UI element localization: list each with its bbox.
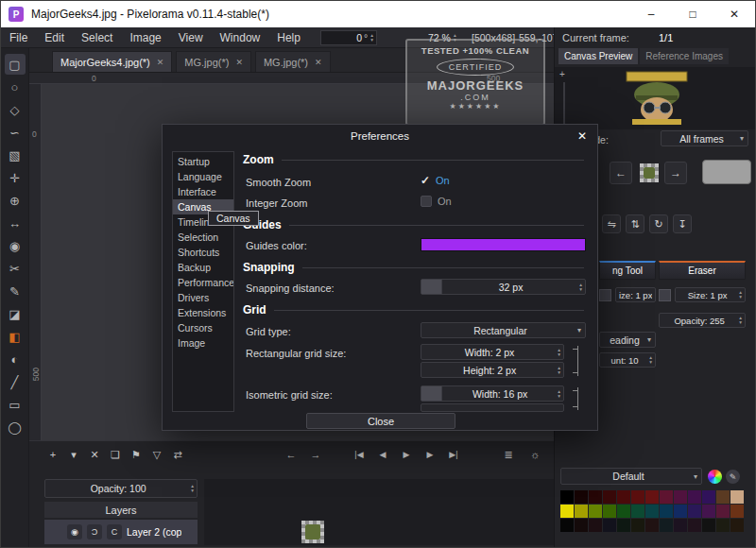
palette-swatch[interactable] [560, 519, 574, 532]
pencil-tool[interactable]: ✎ [5, 281, 26, 301]
palette-swatch[interactable] [660, 519, 673, 532]
menu-window[interactable]: Window [212, 31, 269, 44]
grid-type-dropdown[interactable]: Rectangular ▾ [421, 322, 586, 338]
add-frame-options-button[interactable]: ▾ [65, 445, 82, 464]
spin-down-icon[interactable]: ▾ [558, 352, 560, 357]
rectangle-tool[interactable]: ▭ [5, 394, 26, 415]
animation-mode-dropdown[interactable]: All frames ▾ [661, 130, 748, 146]
spin-down-icon[interactable]: ▾ [739, 320, 742, 325]
play-backwards-button[interactable]: ▶ [398, 445, 415, 464]
onion-skin-settings-icon[interactable]: ≣ [500, 445, 517, 464]
rectangle-select-tool[interactable]: ▢ [5, 54, 26, 75]
pref-item-performance[interactable]: Performance [173, 275, 233, 290]
paint-select-tool[interactable]: ▧ [5, 145, 26, 165]
frame-properties-button[interactable]: ▽ [148, 445, 165, 464]
edit-palette-icon[interactable]: ✎ [726, 470, 740, 484]
integer-zoom-control[interactable]: On [421, 196, 452, 207]
spin-down-icon[interactable]: ▾ [739, 295, 742, 300]
move-frame-right-button[interactable]: → [307, 445, 324, 464]
pref-item-drivers[interactable]: Drivers [173, 290, 233, 305]
pref-item-language[interactable]: Language [173, 169, 233, 184]
stepper-spin[interactable]: ▴ ▾ [558, 366, 560, 375]
palette-swatch[interactable] [575, 505, 588, 518]
palette-swatch[interactable] [702, 505, 715, 518]
palette-swatch[interactable] [660, 505, 673, 518]
vertical-ruler[interactable]: 0 500 [29, 84, 42, 440]
palette-swatch[interactable] [631, 519, 644, 532]
next-frame-arrow-button[interactable]: → [664, 162, 687, 184]
bucket-tool[interactable]: ◧ [5, 326, 26, 347]
flip-horizontal-icon[interactable]: ⇋ [602, 214, 621, 233]
spin-down-icon[interactable]: ▾ [191, 488, 194, 493]
zoom-tool[interactable]: ⊕ [5, 190, 26, 211]
preview-zoom-plus-icon[interactable]: + [559, 69, 565, 79]
menu-image[interactable]: Image [121, 31, 169, 44]
layer-opacity-stepper[interactable]: Opacity: 100 ▴ ▾ [44, 479, 198, 498]
ellipse-select-tool[interactable]: ○ [5, 77, 26, 97]
menu-view[interactable]: View [170, 31, 212, 44]
pref-item-image[interactable]: Image [173, 335, 233, 351]
color-wheel-icon[interactable] [708, 470, 722, 484]
layer-row[interactable]: ◉ Ɔ C Layer 2 (cop [44, 520, 198, 544]
palette-swatch[interactable] [730, 519, 744, 532]
checkbox-checked-icon[interactable]: ✓ [421, 174, 430, 187]
layer-lock-icon[interactable]: Ɔ [87, 524, 102, 539]
tab-close-icon[interactable]: ✕ [157, 58, 164, 67]
lasso-select-tool[interactable]: ∽ [5, 122, 26, 143]
palette-swatch[interactable] [716, 519, 730, 532]
polygon-select-tool[interactable]: ◇ [5, 99, 26, 120]
eraser-size-stepper[interactable]: Size: 1 px ▴ ▾ [675, 287, 746, 302]
layer-visibility-icon[interactable]: ◉ [67, 524, 82, 539]
palette-swatch[interactable] [716, 505, 730, 518]
shading-mode-dropdown[interactable]: eading ▾ [599, 332, 656, 348]
crop-tool[interactable]: ✂ [5, 258, 26, 279]
palette-swatch[interactable] [617, 505, 630, 518]
ellipse-tool[interactable]: ◯ [5, 417, 26, 437]
secondary-color-swatch[interactable] [702, 160, 751, 184]
spin-down-icon[interactable]: ▾ [649, 360, 652, 365]
spin-down-icon[interactable]: ▾ [558, 370, 560, 375]
stepper-spin[interactable]: ▴ ▾ [558, 389, 560, 399]
preview-zoom-slider[interactable] [563, 82, 565, 124]
maximize-icon[interactable]: □ [672, 1, 713, 27]
palette-swatch[interactable] [702, 490, 715, 504]
palette-swatch[interactable] [603, 490, 616, 504]
menu-help[interactable]: Help [268, 31, 309, 44]
left-tool-size-stepper[interactable]: ize: 1 px [615, 287, 656, 302]
link-values-icon[interactable] [571, 387, 578, 410]
palette-swatch[interactable] [631, 490, 644, 504]
frame-thumbnail[interactable] [640, 163, 659, 182]
color-picker-tool[interactable]: ◉ [5, 235, 26, 256]
palette-swatch[interactable] [716, 490, 730, 504]
pref-item-extensions[interactable]: Extensions [173, 305, 233, 320]
shading-tool[interactable]: ◐ [5, 349, 26, 369]
move-frame-left-button[interactable]: ← [283, 445, 300, 464]
stepper-spin[interactable]: ▴ ▾ [739, 316, 742, 325]
document-tab[interactable]: MG.jpg(*)✕ [176, 51, 251, 72]
palette-swatch[interactable] [688, 490, 701, 504]
pref-item-cursors[interactable]: Cursors [173, 320, 233, 335]
pan-tool[interactable]: ↔ [5, 213, 26, 233]
frame-cel-thumbnail[interactable] [301, 521, 324, 543]
stepper-spin[interactable]: ▴ ▾ [191, 484, 194, 493]
eraser-opacity-stepper[interactable]: Opacity: 255 ▴ ▾ [659, 313, 746, 328]
eraser-brush-swatch[interactable] [659, 289, 671, 301]
palette-swatch[interactable] [575, 519, 588, 532]
palette-swatch[interactable] [603, 505, 616, 518]
pref-item-startup[interactable]: Startup [173, 154, 233, 169]
spin-down-icon[interactable]: ▾ [558, 394, 560, 399]
smooth-zoom-control[interactable]: ✓ On [421, 174, 450, 187]
palette-swatch[interactable] [674, 490, 687, 504]
tab-close-icon[interactable]: ✕ [235, 58, 243, 67]
palette-swatch[interactable] [645, 505, 659, 518]
checkbox-unchecked-icon[interactable] [421, 196, 432, 207]
snapping-distance-stepper[interactable]: 32 px ▴ ▾ [421, 279, 586, 295]
slider-grip[interactable] [421, 386, 442, 401]
layer-name[interactable]: Layer 2 (cop [127, 526, 181, 538]
stepper-spin[interactable]: ▴ ▾ [558, 348, 560, 357]
link-values-icon[interactable] [571, 346, 578, 376]
iso-height-stepper-clipped[interactable] [421, 403, 564, 412]
palette-swatch[interactable] [589, 490, 602, 504]
palette-swatch[interactable] [688, 505, 701, 518]
import-icon[interactable]: ↧ [673, 214, 692, 233]
